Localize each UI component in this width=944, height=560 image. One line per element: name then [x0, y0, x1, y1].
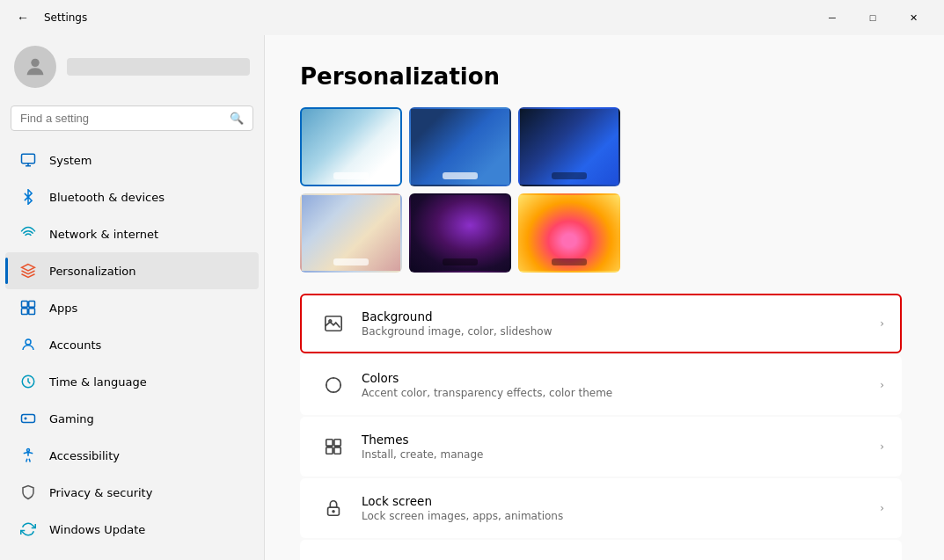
wallpaper-grid	[300, 107, 902, 273]
taskbar-indicator-6	[552, 258, 587, 265]
back-button[interactable]: ←	[11, 5, 35, 30]
settings-card-background[interactable]: Background Background image, color, slid…	[300, 294, 902, 353]
update-icon	[19, 520, 37, 538]
wallpaper-thumb-4[interactable]	[300, 193, 402, 273]
wallpaper-thumb-3[interactable]	[518, 107, 620, 186]
sidebar-item-label-personalization: Personalization	[49, 265, 136, 278]
sidebar-item-network[interactable]: Network & internet	[5, 215, 259, 252]
taskbar-indicator-4	[333, 258, 369, 265]
search-container: 🔍	[0, 102, 264, 142]
title-bar-left: ← Settings	[11, 5, 812, 30]
time-icon	[19, 373, 37, 390]
taskbar-indicator-1	[333, 172, 369, 179]
network-icon	[19, 225, 37, 243]
avatar	[14, 46, 56, 88]
sidebar-item-time[interactable]: Time & language	[5, 363, 259, 400]
sidebar-item-label-update: Windows Update	[49, 523, 145, 536]
user-profile[interactable]	[0, 35, 264, 102]
sidebar-item-label-system: System	[49, 154, 91, 167]
search-box[interactable]: 🔍	[11, 105, 253, 131]
settings-card-lockscreen[interactable]: Lock screen Lock screen images, apps, an…	[300, 478, 902, 538]
apps-icon	[19, 299, 37, 316]
background-text: Background Background image, color, slid…	[362, 309, 880, 338]
themes-icon	[318, 431, 349, 462]
sidebar-item-label-network: Network & internet	[49, 228, 158, 241]
colors-icon	[318, 369, 349, 401]
minimize-button[interactable]: ─	[812, 0, 853, 35]
search-icon: 🔍	[230, 112, 244, 125]
svg-point-6	[26, 339, 31, 345]
settings-card-textinput[interactable]: Text input ›	[300, 540, 902, 560]
sidebar-item-accounts[interactable]: Accounts	[5, 326, 259, 363]
window-controls: ─ □ ✕	[812, 0, 933, 35]
svg-point-0	[31, 59, 39, 67]
wallpaper-thumb-1[interactable]	[300, 107, 402, 186]
bluetooth-icon	[19, 188, 37, 206]
themes-text: Themes Install, create, manage	[362, 433, 880, 461]
sidebar-item-label-accounts: Accounts	[49, 338, 101, 352]
sidebar-item-label-gaming: Gaming	[49, 412, 94, 425]
personalization-icon	[19, 262, 37, 280]
wallpaper-thumb-2[interactable]	[409, 107, 511, 186]
app-title: Settings	[44, 11, 87, 24]
svg-rect-3	[29, 302, 35, 308]
svg-point-18	[333, 511, 334, 513]
sidebar-item-label-time: Time & language	[49, 375, 147, 389]
colors-desc: Accent color, transparency effects, colo…	[362, 387, 880, 399]
themes-chevron: ›	[880, 440, 884, 453]
system-icon	[19, 151, 37, 169]
sidebar-item-update[interactable]: Windows Update	[5, 511, 259, 548]
background-title: Background	[362, 309, 880, 324]
close-button[interactable]: ✕	[893, 0, 933, 35]
sidebar-item-label-bluetooth: Bluetooth & devices	[49, 191, 165, 204]
themes-desc: Install, create, manage	[362, 448, 880, 461]
main-content: Personalization	[265, 35, 944, 560]
svg-rect-4	[22, 309, 28, 315]
accessibility-icon	[19, 447, 37, 464]
svg-rect-8	[22, 415, 35, 423]
sidebar-item-personalization[interactable]: Personalization	[5, 252, 259, 289]
settings-list: Background Background image, color, slid…	[300, 294, 902, 560]
wallpaper-thumb-6[interactable]	[518, 193, 620, 273]
lockscreen-chevron: ›	[880, 502, 884, 514]
svg-rect-15	[326, 447, 333, 454]
svg-rect-5	[29, 309, 35, 315]
settings-card-themes[interactable]: Themes Install, create, manage ›	[300, 417, 902, 476]
colors-chevron: ›	[880, 379, 884, 391]
colors-text: Colors Accent color, transparency effect…	[362, 371, 880, 399]
background-chevron: ›	[880, 317, 884, 330]
accounts-icon	[19, 336, 37, 353]
svg-rect-1	[22, 154, 35, 164]
sidebar-item-bluetooth[interactable]: Bluetooth & devices	[5, 178, 259, 215]
sidebar-item-label-apps: Apps	[49, 302, 77, 315]
user-name	[67, 58, 250, 76]
themes-title: Themes	[362, 433, 880, 447]
svg-rect-13	[326, 440, 333, 446]
colors-title: Colors	[362, 371, 880, 385]
privacy-icon	[19, 484, 37, 501]
svg-rect-14	[334, 440, 340, 446]
wallpaper-thumb-5[interactable]	[409, 193, 511, 273]
sidebar-item-gaming[interactable]: Gaming	[5, 400, 259, 437]
sidebar: 🔍 System Bluetooth & devices Network & i…	[0, 35, 264, 560]
taskbar-indicator-2	[443, 172, 478, 179]
sidebar-item-apps[interactable]: Apps	[5, 289, 259, 326]
background-icon	[318, 308, 349, 339]
gaming-icon	[19, 410, 37, 427]
background-desc: Background image, color, slideshow	[362, 325, 880, 338]
app-body: 🔍 System Bluetooth & devices Network & i…	[0, 35, 944, 560]
sidebar-item-accessibility[interactable]: Accessibility	[5, 437, 259, 474]
lockscreen-desc: Lock screen images, apps, animations	[362, 510, 880, 522]
lockscreen-icon	[318, 492, 349, 524]
textinput-icon	[318, 554, 349, 560]
taskbar-indicator-5	[443, 258, 478, 265]
search-input[interactable]	[20, 112, 223, 125]
svg-rect-17	[328, 507, 340, 515]
sidebar-item-label-accessibility: Accessibility	[49, 449, 120, 462]
sidebar-item-system[interactable]: System	[5, 142, 259, 178]
settings-card-colors[interactable]: Colors Accent color, transparency effect…	[300, 355, 902, 415]
page-title: Personalization	[300, 63, 902, 90]
taskbar-indicator-3	[552, 172, 587, 179]
sidebar-item-privacy[interactable]: Privacy & security	[5, 474, 259, 511]
maximize-button[interactable]: □	[853, 0, 893, 35]
